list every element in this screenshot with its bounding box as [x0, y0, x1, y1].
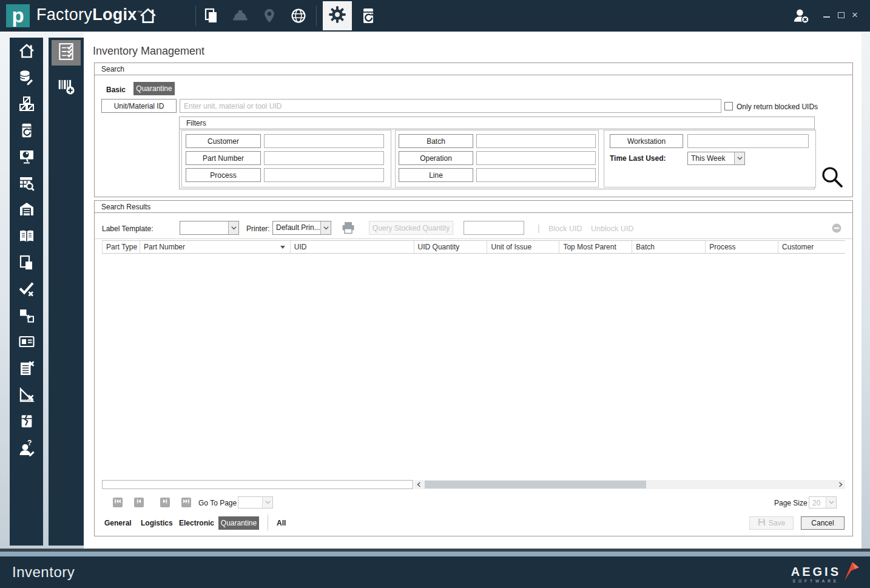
column-header-uid-quantity[interactable]: UID Quantity: [414, 241, 488, 253]
container-history-icon: [19, 122, 35, 141]
sidebar-item-documentation[interactable]: [10, 224, 43, 251]
printer-select[interactable]: Default Prin...: [272, 221, 331, 235]
workstation-filter-button[interactable]: Workstation: [610, 134, 683, 148]
batch-filter-button[interactable]: Batch: [399, 134, 473, 148]
minus-circle-icon: [832, 225, 841, 235]
home-icon: [18, 42, 35, 62]
line-filter-button[interactable]: Line: [399, 168, 473, 182]
block-uid-button[interactable]: Block UID: [548, 225, 582, 233]
module-sidebar: ?: [10, 38, 43, 546]
operation-filter-input[interactable]: [476, 151, 596, 165]
customer-filter-button[interactable]: Customer: [186, 134, 261, 148]
column-header-top-most-parent[interactable]: Top Most Parent: [559, 241, 632, 253]
column-header-unit-of-issue[interactable]: Unit of Issue: [487, 241, 559, 253]
tab-basic[interactable]: Basic: [106, 86, 126, 94]
hardhat-icon[interactable]: [231, 7, 249, 25]
toolbar-divider: [195, 5, 196, 26]
go-to-page-select[interactable]: [238, 496, 273, 509]
sidebar-item-materials[interactable]: [10, 92, 43, 118]
batch-filter-input[interactable]: [476, 134, 596, 148]
query-stocked-quantity-button[interactable]: Query Stocked Quantity: [369, 221, 453, 235]
sidebar-item-damaged-container[interactable]: [10, 409, 43, 436]
process-filter-input[interactable]: [264, 168, 384, 182]
maximize-button[interactable]: [835, 11, 846, 18]
sidebar-item-transfer[interactable]: [10, 303, 43, 330]
time-last-used-select[interactable]: This Week: [687, 152, 745, 165]
sidebar-item-warehouse[interactable]: [10, 198, 43, 225]
book-icon: [18, 228, 35, 247]
scroll-left-arrow[interactable]: [414, 480, 423, 489]
last-page-icon: [182, 497, 191, 508]
id-card-icon: [18, 333, 35, 353]
column-header-part-number[interactable]: Part Number: [140, 241, 291, 253]
cancel-button[interactable]: Cancel: [801, 516, 845, 530]
sidebar-item-measure-remove[interactable]: [10, 383, 43, 410]
print-button[interactable]: [342, 221, 355, 237]
last-page-button[interactable]: [181, 498, 191, 507]
factorylogix-logo-icon: p: [6, 4, 30, 27]
sidebar-item-inventory-management-selected[interactable]: [52, 40, 81, 66]
only-blocked-uids-checkbox[interactable]: [724, 102, 733, 110]
sidebar-item-list-remove[interactable]: [10, 356, 43, 383]
container-history-icon[interactable]: [359, 7, 377, 25]
tab-general[interactable]: General: [104, 519, 132, 527]
part-number-filter-button[interactable]: Part Number: [186, 151, 261, 165]
remove-row-button[interactable]: [832, 223, 841, 235]
tab-logistics[interactable]: Logistics: [141, 519, 173, 527]
results-table-body[interactable]: [102, 254, 845, 479]
column-header-batch[interactable]: Batch: [632, 241, 706, 253]
sidebar-item-barcode-add[interactable]: [52, 74, 81, 101]
unit-uid-input[interactable]: [180, 99, 721, 113]
next-page-button[interactable]: [160, 498, 170, 507]
close-button[interactable]: ×: [849, 9, 860, 21]
process-filter-button[interactable]: Process: [186, 168, 261, 182]
unit-material-id-button[interactable]: Unit/Material ID: [101, 99, 177, 113]
sidebar-item-data-query[interactable]: [10, 171, 43, 198]
chevron-down-icon: [262, 497, 272, 508]
scrollbar-thumb[interactable]: [425, 481, 646, 488]
minimize-button[interactable]: [821, 11, 832, 18]
documents-icon[interactable]: [202, 7, 220, 25]
column-header-uid[interactable]: UID: [291, 241, 414, 253]
column-header-part-type[interactable]: Part Type: [103, 241, 140, 253]
part-number-filter-input[interactable]: [264, 151, 384, 165]
label-template-select[interactable]: [180, 221, 239, 235]
tab-all[interactable]: All: [277, 519, 286, 527]
line-filter-input[interactable]: [476, 168, 596, 182]
printer-label: Printer:: [246, 225, 270, 233]
unblock-uid-button[interactable]: Unblock UID: [591, 225, 633, 233]
sidebar-item-home[interactable]: [10, 39, 43, 66]
first-page-button[interactable]: [113, 498, 123, 507]
settings-tab-selected[interactable]: [323, 1, 352, 30]
stocked-quantity-input[interactable]: [464, 221, 524, 235]
save-button[interactable]: Save: [749, 516, 794, 530]
column-header-customer[interactable]: Customer: [778, 241, 845, 253]
column-header-process[interactable]: Process: [706, 241, 778, 253]
map-pin-icon[interactable]: [260, 7, 278, 25]
scroll-right-arrow[interactable]: [836, 480, 845, 489]
sidebar-item-templates[interactable]: [10, 251, 43, 277]
workstation-filter-input[interactable]: [687, 134, 809, 148]
sidebar-item-operator-query[interactable]: ?: [10, 436, 43, 462]
page-size-select[interactable]: 20: [809, 496, 837, 509]
sidebar-item-id-card[interactable]: [10, 330, 43, 357]
horizontal-scrollbar[interactable]: [414, 480, 845, 489]
sidebar-item-data-editor[interactable]: [10, 66, 43, 92]
search-button[interactable]: [820, 165, 845, 192]
tab-electronic[interactable]: Electronic: [179, 519, 214, 527]
tab-quarantine-bottom-selected[interactable]: Quarantine: [218, 516, 259, 530]
page-title: Inventory Management: [93, 45, 204, 58]
sidebar-item-container-history[interactable]: [10, 118, 43, 145]
logout-user-icon[interactable]: [792, 7, 811, 25]
sidebar-item-validation[interactable]: [10, 277, 43, 303]
chevron-down-icon: [320, 221, 331, 234]
customer-filter-input[interactable]: [264, 134, 384, 148]
operation-filter-button[interactable]: Operation: [399, 151, 473, 165]
previous-page-button[interactable]: [134, 498, 144, 507]
floppy-disk-icon: [758, 518, 766, 528]
home-icon[interactable]: [139, 7, 157, 25]
tab-quarantine-selected[interactable]: Quarantine: [133, 82, 175, 95]
svg-text:?: ?: [27, 439, 32, 447]
sidebar-item-dashboard[interactable]: [10, 144, 43, 171]
globe-icon[interactable]: [289, 7, 308, 25]
